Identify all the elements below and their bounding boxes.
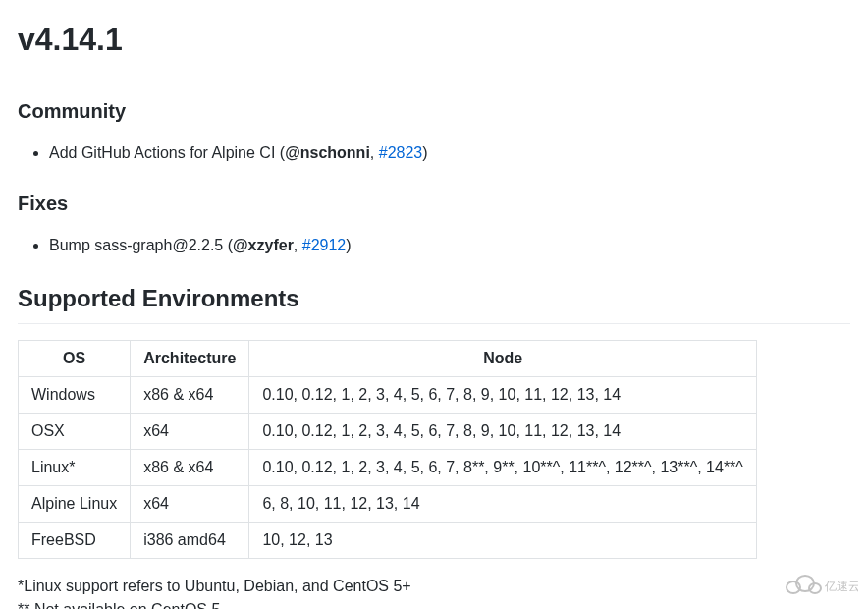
- issue-link[interactable]: #2823: [379, 144, 423, 161]
- list-item: Add GitHub Actions for Alpine CI (@nscho…: [49, 141, 850, 165]
- suffix: ): [422, 144, 427, 161]
- cell-node: 0.10, 0.12, 1, 2, 3, 4, 5, 6, 7, 8**, 9*…: [249, 449, 756, 485]
- col-node: Node: [249, 340, 756, 376]
- cell-arch: x64: [131, 485, 249, 522]
- cell-os: Alpine Linux: [19, 485, 131, 522]
- watermark-text: 亿速云: [824, 580, 858, 593]
- fixes-list: Bump sass-graph@2.2.5 (@xzyfer, #2912): [18, 234, 850, 257]
- table-row: Alpine Linux x64 6, 8, 10, 11, 12, 13, 1…: [19, 485, 757, 522]
- cell-arch: i386 amd64: [131, 522, 249, 558]
- environments-heading: Supported Environments: [18, 281, 850, 324]
- table-row: OSX x64 0.10, 0.12, 1, 2, 3, 4, 5, 6, 7,…: [19, 413, 757, 449]
- sep: ,: [294, 237, 302, 253]
- page-title: v4.14.1: [18, 16, 850, 73]
- footnotes: *Linux support refers to Ubuntu, Debian,…: [18, 575, 850, 609]
- sep: ,: [370, 144, 379, 161]
- table-row: Linux* x86 & x64 0.10, 0.12, 1, 2, 3, 4,…: [19, 449, 757, 485]
- fixes-heading: Fixes: [18, 189, 850, 218]
- issue-link[interactable]: #2912: [302, 237, 347, 253]
- table-row: Windows x86 & x64 0.10, 0.12, 1, 2, 3, 4…: [19, 376, 757, 413]
- footnote: *Linux support refers to Ubuntu, Debian,…: [18, 575, 850, 598]
- cell-arch: x64: [131, 413, 249, 449]
- cloud-icon: 亿速云: [780, 572, 858, 599]
- changelog-text: Add GitHub Actions for Alpine CI (: [49, 144, 285, 161]
- environments-table: OS Architecture Node Windows x86 & x64 0…: [18, 340, 757, 559]
- col-os: OS: [19, 340, 131, 376]
- cell-node: 10, 12, 13: [249, 522, 756, 558]
- cell-os: FreeBSD: [19, 522, 131, 558]
- cell-arch: x86 & x64: [131, 449, 249, 485]
- cell-node: 0.10, 0.12, 1, 2, 3, 4, 5, 6, 7, 8, 9, 1…: [249, 376, 756, 413]
- cell-node: 6, 8, 10, 11, 12, 13, 14: [249, 485, 756, 522]
- col-arch: Architecture: [131, 340, 249, 376]
- cell-os: Windows: [19, 376, 131, 413]
- table-header-row: OS Architecture Node: [19, 340, 757, 376]
- author-handle: @nschonni: [285, 144, 370, 161]
- community-list: Add GitHub Actions for Alpine CI (@nscho…: [18, 141, 850, 165]
- changelog-text: Bump sass-graph@2.2.5 (: [49, 237, 233, 253]
- suffix: ): [346, 237, 351, 253]
- cell-os: OSX: [19, 413, 131, 449]
- cell-os: Linux*: [19, 449, 131, 485]
- watermark-logo: 亿速云: [780, 572, 858, 599]
- community-heading: Community: [18, 96, 850, 126]
- cell-arch: x86 & x64: [131, 376, 249, 413]
- footnote: ** Not available on CentOS 5: [18, 598, 850, 609]
- table-row: FreeBSD i386 amd64 10, 12, 13: [19, 522, 757, 558]
- cell-node: 0.10, 0.12, 1, 2, 3, 4, 5, 6, 7, 8, 9, 1…: [249, 413, 756, 449]
- author-handle: @xzyfer: [233, 237, 294, 253]
- list-item: Bump sass-graph@2.2.5 (@xzyfer, #2912): [49, 234, 850, 257]
